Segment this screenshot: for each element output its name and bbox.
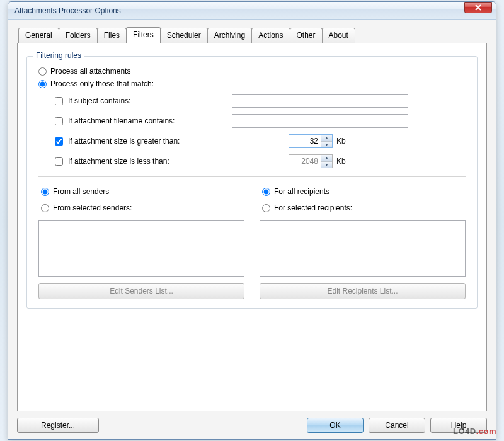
radio-process-all[interactable] bbox=[38, 67, 47, 76]
radio-all-recipients-row: For all recipients bbox=[262, 187, 466, 196]
radio-all-recipients-label: For all recipients bbox=[274, 187, 329, 196]
dialog-window: Attachments Processor Options General Fo… bbox=[8, 1, 496, 440]
radio-selected-senders-label: From selected senders: bbox=[53, 203, 132, 212]
tab-folders[interactable]: Folders bbox=[59, 28, 98, 43]
recipients-column: For all recipients For selected recipien… bbox=[260, 183, 466, 299]
size-gt-down[interactable]: ▼ bbox=[321, 142, 332, 148]
radio-selected-recipients-label: For selected recipients: bbox=[274, 203, 352, 212]
radio-all-recipients[interactable] bbox=[262, 188, 270, 196]
button-bar: Register... OK Cancel Help bbox=[17, 411, 487, 433]
size-gt-spinner-btns: ▲ ▼ bbox=[321, 135, 332, 147]
size-gt-up[interactable]: ▲ bbox=[321, 135, 332, 142]
tab-archiving[interactable]: Archiving bbox=[207, 28, 252, 43]
checkbox-size-gt[interactable] bbox=[55, 137, 63, 146]
radio-process-match-row: Process only those that match: bbox=[38, 79, 468, 88]
sender-recipient-columns: From all senders From selected senders: … bbox=[36, 183, 468, 299]
tab-files[interactable]: Files bbox=[97, 28, 127, 43]
filtering-rules-group: Filtering rules Process all attachments … bbox=[26, 56, 478, 309]
subject-input[interactable] bbox=[232, 94, 408, 108]
size-lt-row: If attachment size is less than: ▲ ▼ Kb bbox=[55, 154, 468, 169]
size-gt-row: If attachment size is greater than: ▲ ▼ … bbox=[55, 134, 468, 149]
edit-senders-button[interactable]: Edit Senders List... bbox=[38, 283, 244, 299]
radio-selected-recipients[interactable] bbox=[262, 204, 270, 212]
radio-all-senders-row: From all senders bbox=[41, 187, 244, 196]
size-gt-input[interactable] bbox=[289, 135, 321, 147]
size-gt-unit: Kb bbox=[336, 137, 346, 146]
tab-actions[interactable]: Actions bbox=[251, 28, 290, 43]
filename-row: If attachment filename contains: bbox=[55, 113, 468, 129]
recipients-listbox[interactable] bbox=[260, 220, 466, 277]
filename-input[interactable] bbox=[232, 114, 408, 128]
cancel-button[interactable]: Cancel bbox=[369, 418, 425, 433]
ok-button[interactable]: OK bbox=[307, 418, 364, 433]
size-lt-unit: Kb bbox=[336, 157, 346, 166]
size-lt-input[interactable] bbox=[289, 155, 321, 168]
window-title: Attachments Processor Options bbox=[14, 6, 464, 15]
size-lt-spinner-wrap: ▲ ▼ Kb bbox=[289, 154, 346, 168]
radio-selected-senders[interactable] bbox=[41, 204, 49, 212]
watermark-b: .com bbox=[476, 427, 496, 436]
tab-scheduler[interactable]: Scheduler bbox=[160, 28, 208, 43]
tab-panel-filters: Filtering rules Process all attachments … bbox=[17, 43, 487, 411]
checkbox-subject-label: If subject contains: bbox=[68, 96, 232, 105]
close-icon bbox=[475, 4, 481, 11]
tab-general[interactable]: General bbox=[18, 28, 59, 43]
radio-selected-senders-row: From selected senders: bbox=[41, 203, 244, 212]
titlebar[interactable]: Attachments Processor Options bbox=[8, 2, 496, 20]
size-lt-up[interactable]: ▲ bbox=[321, 155, 332, 162]
fieldset-legend: Filtering rules bbox=[33, 51, 84, 60]
edit-recipients-button[interactable]: Edit Recipients List... bbox=[260, 283, 466, 299]
size-gt-spinner-wrap: ▲ ▼ Kb bbox=[289, 134, 346, 148]
radio-process-all-label: Process all attachments bbox=[50, 67, 130, 76]
watermark-a: LO4D bbox=[453, 427, 476, 436]
tab-strip: General Folders Files Filters Scheduler … bbox=[18, 27, 487, 43]
checkbox-size-lt[interactable] bbox=[55, 158, 63, 166]
checkbox-filename-label: If attachment filename contains: bbox=[68, 117, 232, 125]
radio-selected-recipients-row: For selected recipients: bbox=[262, 203, 466, 212]
tab-other[interactable]: Other bbox=[290, 28, 323, 43]
radio-all-senders[interactable] bbox=[41, 188, 49, 196]
senders-listbox[interactable] bbox=[38, 220, 244, 277]
checkbox-subject[interactable] bbox=[55, 97, 63, 105]
dialog-content: General Folders Files Filters Scheduler … bbox=[8, 20, 496, 439]
radio-process-match[interactable] bbox=[38, 80, 47, 88]
tab-about[interactable]: About bbox=[322, 28, 355, 43]
checkbox-filename[interactable] bbox=[55, 117, 63, 125]
register-button[interactable]: Register... bbox=[17, 418, 99, 433]
size-lt-spinner-btns: ▲ ▼ bbox=[321, 155, 332, 168]
tab-filters[interactable]: Filters bbox=[126, 27, 161, 43]
subject-row: If subject contains: bbox=[55, 93, 468, 108]
radio-process-all-row: Process all attachments bbox=[38, 67, 468, 76]
size-gt-spinner: ▲ ▼ bbox=[289, 134, 333, 148]
size-lt-spinner: ▲ ▼ bbox=[289, 154, 333, 168]
checkbox-size-lt-label: If attachment size is less than: bbox=[68, 157, 232, 166]
divider bbox=[38, 176, 466, 177]
senders-column: From all senders From selected senders: … bbox=[38, 183, 244, 299]
close-button[interactable] bbox=[464, 2, 492, 13]
watermark: LO4D.com bbox=[453, 427, 496, 436]
checkbox-size-gt-label: If attachment size is greater than: bbox=[68, 137, 232, 146]
radio-process-match-label: Process only those that match: bbox=[50, 79, 154, 88]
radio-all-senders-label: From all senders bbox=[53, 187, 109, 196]
size-lt-down[interactable]: ▼ bbox=[321, 162, 332, 168]
